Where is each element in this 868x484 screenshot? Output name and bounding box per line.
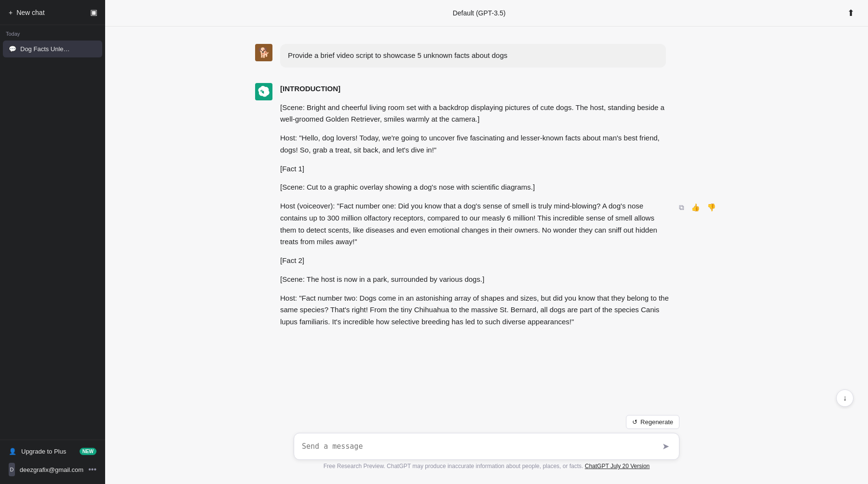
regenerate-button[interactable]: ↺ Regenerate bbox=[626, 415, 679, 429]
thumbs-down-button[interactable]: 👎 bbox=[705, 201, 718, 214]
gpt-paragraph-7: Host: "Fact number two: Dogs come in an … bbox=[280, 292, 669, 328]
scroll-down-icon: ↓ bbox=[843, 394, 847, 402]
edit-chat-button[interactable]: ✏ bbox=[75, 44, 84, 54]
sidebar-header: + New chat ▣ bbox=[0, 0, 105, 25]
gpt-paragraph-2: [Fact 1] bbox=[280, 163, 669, 175]
toggle-icon: ▣ bbox=[90, 8, 97, 16]
gpt-paragraph-1: Host: "Hello, dog lovers! Today, we're g… bbox=[280, 132, 669, 156]
input-area: ↺ Regenerate ➤ Free Research Preview. Ch… bbox=[105, 409, 868, 484]
send-icon: ➤ bbox=[662, 442, 669, 451]
footer-note: Free Research Preview. ChatGPT may produ… bbox=[294, 460, 679, 470]
model-name: Default (GPT-3.5) bbox=[453, 9, 506, 17]
gpt-paragraph-5: [Fact 2] bbox=[280, 255, 669, 267]
sidebar-footer: 👤 Upgrade to Plus NEW D deezgrafix@gmail… bbox=[0, 440, 105, 484]
gpt-message-content: [INTRODUCTION] [Scene: Bright and cheerf… bbox=[280, 83, 669, 328]
sidebar-item-dog-facts[interactable]: 💬 Dog Facts Unleashed ✏ 🗑 bbox=[3, 41, 102, 57]
regenerate-area: ↺ Regenerate bbox=[294, 415, 679, 429]
user-account-item[interactable]: D deezgrafix@gmail.com ••• bbox=[4, 459, 101, 480]
chat-item-label: Dog Facts Unleashed bbox=[20, 45, 71, 53]
send-button[interactable]: ➤ bbox=[660, 439, 671, 454]
gpt-logo-icon bbox=[258, 86, 270, 97]
gpt-avatar bbox=[255, 83, 272, 100]
plus-icon: + bbox=[9, 9, 13, 16]
user-avatar: D bbox=[9, 463, 15, 476]
new-badge: NEW bbox=[80, 448, 96, 455]
gpt-paragraph-0: [Scene: Bright and cheerful living room … bbox=[280, 102, 669, 126]
sidebar-toggle-button[interactable]: ▣ bbox=[86, 4, 101, 21]
user-email: deezgrafix@gmail.com bbox=[20, 466, 83, 473]
gpt-intro-label: [INTRODUCTION] bbox=[280, 83, 669, 95]
person-icon: 👤 bbox=[9, 448, 16, 455]
gpt-paragraph-6: [Scene: The host is now in a park, surro… bbox=[280, 274, 669, 286]
upgrade-to-plus-item[interactable]: 👤 Upgrade to Plus NEW bbox=[4, 444, 101, 459]
gpt-paragraph-3: [Scene: Cut to a graphic overlay showing… bbox=[280, 181, 669, 194]
user-message-bubble: Provide a brief video script to showcase… bbox=[280, 44, 666, 68]
gpt-message-row: [INTRODUCTION] [Scene: Bright and cheerf… bbox=[197, 75, 776, 336]
scroll-down-button[interactable]: ↓ bbox=[836, 389, 854, 407]
input-container: ➤ bbox=[294, 433, 679, 460]
regenerate-label: Regenerate bbox=[640, 418, 673, 426]
main-panel: Default (GPT-3.5) ⬆ 🐕 Provide a brief vi… bbox=[105, 0, 868, 484]
message-input[interactable] bbox=[302, 441, 660, 452]
footer-note-link[interactable]: ChatGPT July 20 Version bbox=[585, 463, 650, 470]
upgrade-label: Upgrade to Plus bbox=[21, 448, 66, 455]
new-chat-button[interactable]: + New chat bbox=[4, 5, 83, 20]
section-label-today: Today bbox=[0, 25, 105, 40]
today-section: Today 💬 Dog Facts Unleashed ✏ 🗑 bbox=[0, 25, 105, 58]
user-message-row: 🐕 Provide a brief video script to showca… bbox=[197, 36, 776, 75]
thumbs-up-button[interactable]: 👍 bbox=[689, 201, 702, 214]
regenerate-icon: ↺ bbox=[632, 418, 637, 426]
sidebar: + New chat ▣ Today 💬 Dog Facts Unleashed… bbox=[0, 0, 105, 484]
new-chat-label: New chat bbox=[16, 9, 44, 16]
delete-chat-button[interactable]: 🗑 bbox=[86, 44, 96, 54]
copy-message-button[interactable]: ⧉ bbox=[677, 201, 686, 214]
user-message-text: Provide a brief video script to showcase… bbox=[288, 51, 507, 59]
gpt-paragraph-4: Host (voiceover): "Fact number one: Did … bbox=[280, 200, 669, 248]
topbar: Default (GPT-3.5) ⬆ bbox=[105, 0, 868, 27]
share-icon: ⬆ bbox=[847, 8, 854, 18]
user-message-content: Provide a brief video script to showcase… bbox=[280, 44, 718, 68]
avatar-initials: D bbox=[10, 467, 14, 472]
chat-bubble-icon: 💬 bbox=[9, 45, 16, 53]
more-options-icon[interactable]: ••• bbox=[88, 465, 96, 474]
gpt-message-actions: ⧉ 👍 👎 bbox=[677, 87, 718, 328]
user-avatar-icon: 🐕 bbox=[255, 44, 272, 61]
share-button[interactable]: ⬆ bbox=[843, 6, 858, 20]
footer-note-text: Free Research Preview. ChatGPT may produ… bbox=[324, 463, 583, 470]
